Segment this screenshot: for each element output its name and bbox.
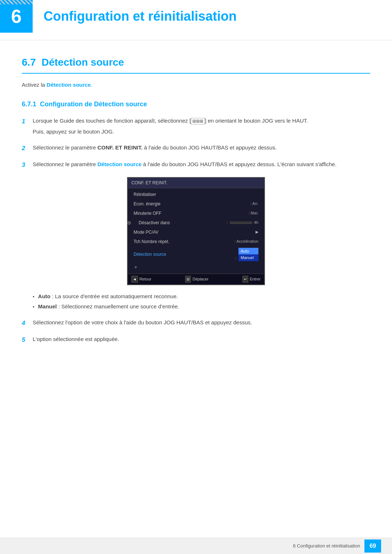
step-1: 1 Lorsque le Guide des touches de foncti…	[22, 116, 370, 136]
menu-item-detection-source: Détection source : Auto Manuel	[128, 246, 264, 263]
bullet-dot-auto: ●	[33, 295, 34, 299]
bullet-list: ● Auto : La source d'entrée est automati…	[33, 292, 370, 311]
section-heading: Détection source	[42, 57, 124, 68]
step-content-2: Sélectionnez le paramètre CONF. ET REINI…	[33, 143, 370, 152]
screen-mockup: CONF. ET REINIT. Réinitialiser Econ. éne…	[127, 177, 265, 285]
menu-item-minuterie: Minuterie OFF : Mar.	[128, 209, 264, 218]
entrer-icon: ↵	[242, 276, 248, 283]
step-4: 4 Sélectionnez l'option de votre choix à…	[22, 318, 370, 328]
btn-entrer: ↵ Entrer	[242, 276, 261, 283]
menu-item-more: ▼	[128, 263, 264, 272]
retour-icon: ◄	[131, 276, 138, 283]
step-number-1: 1	[22, 116, 33, 126]
step-number-4: 4	[22, 318, 33, 328]
section-intro: Activez la Détection source.	[22, 81, 370, 89]
step-3: 3 Sélectionnez le paramètre Détection so…	[22, 160, 370, 170]
screen-bottom-bar: ◄ Retour ⊟ Déplacer ↵ Entrer	[128, 274, 264, 284]
section-number: 6.7	[22, 57, 36, 68]
dropdown-manuel: Manuel	[238, 254, 258, 261]
gear-icon: ⚙	[127, 219, 131, 227]
page-footer: 6 Configuration et réinitialisation 69	[0, 538, 392, 554]
screen-title-bar: CONF. ET REINIT.	[128, 178, 264, 188]
step3-highlight: Détection source	[97, 161, 142, 167]
section-title: 6.7 Détection source	[22, 55, 370, 74]
btn-retour: ◄ Retour	[131, 276, 151, 283]
step-number-5: 5	[22, 335, 33, 345]
step-2: 2 Sélectionnez le paramètre CONF. ET REI…	[22, 143, 370, 153]
dropdown-auto: Auto	[238, 248, 258, 255]
deplacer-icon: ⊟	[185, 276, 191, 283]
intro-highlight: Détection source	[46, 82, 91, 88]
bullet-dot-manuel: ●	[33, 305, 34, 309]
subsection-title: 6.7.1 Configuration de Détection source	[22, 99, 370, 109]
step-5: 5 L'option sélectionnée est appliquée.	[22, 335, 370, 345]
chapter-number: 6	[11, 2, 22, 30]
step-content-3: Sélectionnez le paramètre Détection sour…	[33, 160, 370, 169]
step2-bold: CONF. ET REINIT.	[97, 144, 142, 151]
main-content: 6.7 Détection source Activez la Détectio…	[0, 55, 392, 374]
step-content-1: Lorsque le Guide des touches de fonction…	[33, 116, 370, 136]
bullet-manuel: ● Manuel : Sélectionnez manuellement une…	[33, 303, 370, 311]
progress-bar	[230, 222, 252, 224]
menu-item-desactiver: ⚙ Désactiver dans : 4h	[128, 218, 264, 227]
menu-item-mode-pcav: Mode PC/AV ▶	[128, 227, 264, 237]
bullet-auto-label: Auto	[38, 293, 50, 299]
chapter-number-box: 6	[0, 0, 33, 33]
step-content-4: Sélectionnez l'option de votre choix à l…	[33, 318, 370, 327]
page-number: 69	[364, 539, 381, 553]
step-content-5: L'option sélectionnée est appliquée.	[33, 335, 370, 344]
screen-container: CONF. ET REINIT. Réinitialiser Econ. éne…	[22, 177, 370, 285]
step-1-sub: Puis, appuyez sur le bouton JOG.	[33, 127, 370, 136]
step-number-3: 3	[22, 160, 33, 170]
menu-item-econ: Econ. énergie : Arr.	[128, 199, 264, 209]
screen-menu: Réinitialiser Econ. énergie : Arr. Minut…	[128, 188, 264, 274]
btn-deplacer: ⊟ Déplacer	[185, 276, 208, 283]
chapter-header: 6 Configuration et réinitialisation	[0, 0, 392, 40]
step-number-2: 2	[22, 143, 33, 153]
menu-item-reinitialiser: Réinitialiser	[128, 190, 264, 199]
bullet-auto: ● Auto : La source d'entrée est automati…	[33, 292, 370, 301]
bullet-manuel-label: Manuel	[38, 303, 57, 309]
menu-item-tch-nombre: Tch Nombre répét. : Accélération	[128, 237, 264, 246]
chapter-title: Configuration et réinitialisation	[33, 7, 237, 26]
footer-text: 6 Configuration et réinitialisation	[293, 542, 360, 550]
